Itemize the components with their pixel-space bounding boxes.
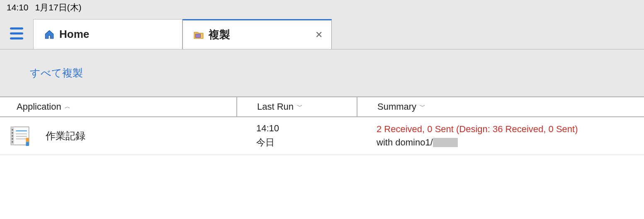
- svg-rect-0: [195, 34, 200, 37]
- last-run-date: 今日: [256, 136, 357, 149]
- cell-application: 作業記録: [0, 123, 236, 149]
- svg-point-5: [12, 135, 13, 137]
- cell-last-run: 14:10 今日: [236, 123, 357, 149]
- tab-home-label: Home: [59, 28, 89, 41]
- table-header-row: Application ︿ Last Run ﹀ Summary ﹀: [0, 96, 644, 117]
- summary-server: with domino1/: [377, 137, 644, 148]
- hamburger-icon: [10, 32, 23, 34]
- last-run-time: 14:10: [256, 123, 357, 134]
- table-row[interactable]: 作業記録 14:10 今日 2 Received, 0 Sent (Design…: [0, 117, 644, 155]
- svg-rect-13: [26, 142, 29, 146]
- summary-server-prefix: with domino1/: [377, 137, 433, 148]
- column-header-summary[interactable]: Summary ﹀: [357, 97, 644, 116]
- column-header-application[interactable]: Application ︿: [0, 97, 236, 116]
- summary-status: 2 Received, 0 Sent (Design: 36 Received,…: [377, 124, 644, 135]
- sort-desc-icon: ﹀: [420, 103, 425, 111]
- tab-home[interactable]: Home: [33, 19, 182, 49]
- cell-summary: 2 Received, 0 Sent (Design: 36 Received,…: [357, 123, 644, 149]
- tab-row: Home 複製 ✕: [0, 15, 644, 49]
- menu-button[interactable]: [7, 25, 27, 42]
- column-header-last-run-label: Last Run: [257, 101, 294, 112]
- application-name: 作業記録: [46, 129, 85, 143]
- column-header-application-label: Application: [17, 101, 61, 112]
- status-time: 14:10: [7, 2, 29, 12]
- svg-rect-12: [26, 138, 29, 142]
- close-icon[interactable]: ✕: [314, 30, 324, 40]
- hamburger-icon: [10, 37, 23, 39]
- svg-point-7: [12, 141, 13, 143]
- hamburger-icon: [10, 27, 23, 30]
- redacted-block: [433, 138, 458, 147]
- column-header-last-run[interactable]: Last Run ﹀: [236, 97, 357, 116]
- svg-point-6: [12, 138, 13, 140]
- toolbar: すべて複製: [0, 49, 644, 96]
- home-icon: [44, 29, 55, 40]
- sort-desc-icon: ﹀: [297, 103, 303, 111]
- svg-point-3: [12, 129, 13, 131]
- notebook-icon: [7, 123, 32, 148]
- status-bar: 14:10 1月17日(木): [0, 0, 644, 15]
- svg-point-4: [12, 132, 13, 134]
- sort-asc-icon: ︿: [65, 103, 70, 111]
- replicate-all-link[interactable]: すべて複製: [30, 67, 83, 79]
- folder-icon: [193, 29, 204, 41]
- status-date: 1月17日(木): [35, 2, 82, 13]
- column-header-summary-label: Summary: [377, 101, 416, 112]
- tab-replication-label: 複製: [209, 27, 230, 42]
- tab-replication[interactable]: 複製 ✕: [182, 19, 332, 49]
